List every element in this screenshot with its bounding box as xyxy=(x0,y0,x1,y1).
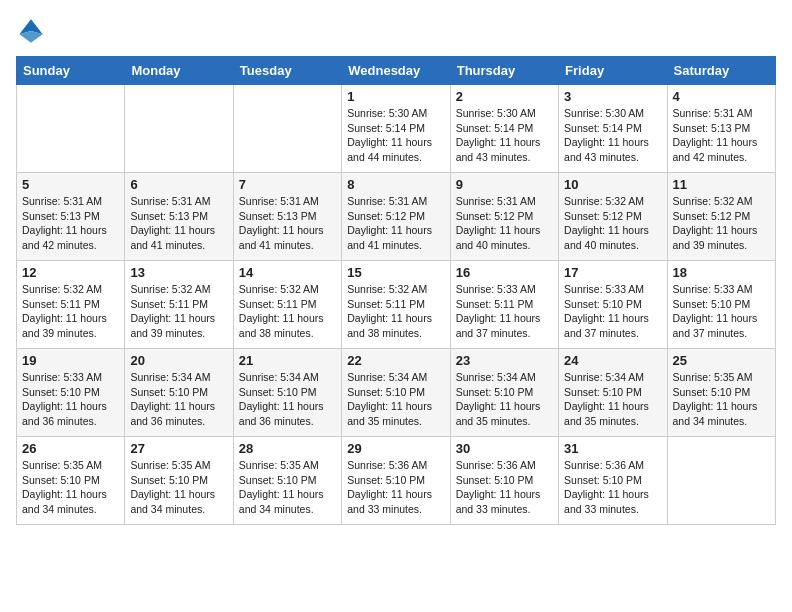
calendar-cell xyxy=(667,437,775,525)
day-details: Sunrise: 5:34 AM Sunset: 5:10 PM Dayligh… xyxy=(564,370,661,429)
day-number: 7 xyxy=(239,177,336,192)
calendar-cell: 19Sunrise: 5:33 AM Sunset: 5:10 PM Dayli… xyxy=(17,349,125,437)
calendar-cell: 15Sunrise: 5:32 AM Sunset: 5:11 PM Dayli… xyxy=(342,261,450,349)
calendar-cell: 4Sunrise: 5:31 AM Sunset: 5:13 PM Daylig… xyxy=(667,85,775,173)
calendar-cell: 3Sunrise: 5:30 AM Sunset: 5:14 PM Daylig… xyxy=(559,85,667,173)
calendar-cell: 16Sunrise: 5:33 AM Sunset: 5:11 PM Dayli… xyxy=(450,261,558,349)
logo xyxy=(16,16,50,46)
day-details: Sunrise: 5:34 AM Sunset: 5:10 PM Dayligh… xyxy=(239,370,336,429)
calendar-table: SundayMondayTuesdayWednesdayThursdayFrid… xyxy=(16,56,776,525)
day-details: Sunrise: 5:31 AM Sunset: 5:12 PM Dayligh… xyxy=(456,194,553,253)
day-details: Sunrise: 5:36 AM Sunset: 5:10 PM Dayligh… xyxy=(564,458,661,517)
calendar-cell: 29Sunrise: 5:36 AM Sunset: 5:10 PM Dayli… xyxy=(342,437,450,525)
day-details: Sunrise: 5:32 AM Sunset: 5:11 PM Dayligh… xyxy=(347,282,444,341)
calendar-week-1: 1Sunrise: 5:30 AM Sunset: 5:14 PM Daylig… xyxy=(17,85,776,173)
day-number: 9 xyxy=(456,177,553,192)
day-number: 21 xyxy=(239,353,336,368)
calendar-cell: 24Sunrise: 5:34 AM Sunset: 5:10 PM Dayli… xyxy=(559,349,667,437)
page-header xyxy=(16,16,776,46)
day-details: Sunrise: 5:33 AM Sunset: 5:10 PM Dayligh… xyxy=(673,282,770,341)
day-details: Sunrise: 5:33 AM Sunset: 5:10 PM Dayligh… xyxy=(22,370,119,429)
calendar-cell: 5Sunrise: 5:31 AM Sunset: 5:13 PM Daylig… xyxy=(17,173,125,261)
calendar-week-4: 19Sunrise: 5:33 AM Sunset: 5:10 PM Dayli… xyxy=(17,349,776,437)
day-details: Sunrise: 5:36 AM Sunset: 5:10 PM Dayligh… xyxy=(347,458,444,517)
calendar-cell: 11Sunrise: 5:32 AM Sunset: 5:12 PM Dayli… xyxy=(667,173,775,261)
day-number: 14 xyxy=(239,265,336,280)
day-number: 8 xyxy=(347,177,444,192)
day-details: Sunrise: 5:32 AM Sunset: 5:11 PM Dayligh… xyxy=(130,282,227,341)
calendar-cell: 30Sunrise: 5:36 AM Sunset: 5:10 PM Dayli… xyxy=(450,437,558,525)
day-details: Sunrise: 5:35 AM Sunset: 5:10 PM Dayligh… xyxy=(130,458,227,517)
day-number: 29 xyxy=(347,441,444,456)
calendar-cell: 12Sunrise: 5:32 AM Sunset: 5:11 PM Dayli… xyxy=(17,261,125,349)
day-number: 28 xyxy=(239,441,336,456)
day-details: Sunrise: 5:31 AM Sunset: 5:13 PM Dayligh… xyxy=(673,106,770,165)
day-number: 27 xyxy=(130,441,227,456)
calendar-week-2: 5Sunrise: 5:31 AM Sunset: 5:13 PM Daylig… xyxy=(17,173,776,261)
col-header-sunday: Sunday xyxy=(17,57,125,85)
day-number: 15 xyxy=(347,265,444,280)
calendar-cell: 8Sunrise: 5:31 AM Sunset: 5:12 PM Daylig… xyxy=(342,173,450,261)
day-details: Sunrise: 5:34 AM Sunset: 5:10 PM Dayligh… xyxy=(130,370,227,429)
day-number: 3 xyxy=(564,89,661,104)
calendar-cell: 18Sunrise: 5:33 AM Sunset: 5:10 PM Dayli… xyxy=(667,261,775,349)
calendar-cell xyxy=(17,85,125,173)
col-header-wednesday: Wednesday xyxy=(342,57,450,85)
day-number: 6 xyxy=(130,177,227,192)
day-details: Sunrise: 5:32 AM Sunset: 5:12 PM Dayligh… xyxy=(673,194,770,253)
day-number: 24 xyxy=(564,353,661,368)
calendar-cell: 17Sunrise: 5:33 AM Sunset: 5:10 PM Dayli… xyxy=(559,261,667,349)
calendar-cell: 26Sunrise: 5:35 AM Sunset: 5:10 PM Dayli… xyxy=(17,437,125,525)
calendar-week-5: 26Sunrise: 5:35 AM Sunset: 5:10 PM Dayli… xyxy=(17,437,776,525)
calendar-cell: 14Sunrise: 5:32 AM Sunset: 5:11 PM Dayli… xyxy=(233,261,341,349)
day-number: 12 xyxy=(22,265,119,280)
day-number: 20 xyxy=(130,353,227,368)
day-details: Sunrise: 5:33 AM Sunset: 5:10 PM Dayligh… xyxy=(564,282,661,341)
day-details: Sunrise: 5:35 AM Sunset: 5:10 PM Dayligh… xyxy=(239,458,336,517)
calendar-cell: 10Sunrise: 5:32 AM Sunset: 5:12 PM Dayli… xyxy=(559,173,667,261)
day-number: 30 xyxy=(456,441,553,456)
calendar-cell xyxy=(233,85,341,173)
day-number: 17 xyxy=(564,265,661,280)
calendar-cell: 31Sunrise: 5:36 AM Sunset: 5:10 PM Dayli… xyxy=(559,437,667,525)
day-number: 31 xyxy=(564,441,661,456)
header-row: SundayMondayTuesdayWednesdayThursdayFrid… xyxy=(17,57,776,85)
calendar-cell: 13Sunrise: 5:32 AM Sunset: 5:11 PM Dayli… xyxy=(125,261,233,349)
col-header-tuesday: Tuesday xyxy=(233,57,341,85)
day-details: Sunrise: 5:30 AM Sunset: 5:14 PM Dayligh… xyxy=(564,106,661,165)
calendar-cell: 1Sunrise: 5:30 AM Sunset: 5:14 PM Daylig… xyxy=(342,85,450,173)
day-details: Sunrise: 5:31 AM Sunset: 5:13 PM Dayligh… xyxy=(130,194,227,253)
day-number: 1 xyxy=(347,89,444,104)
calendar-cell: 28Sunrise: 5:35 AM Sunset: 5:10 PM Dayli… xyxy=(233,437,341,525)
day-number: 2 xyxy=(456,89,553,104)
calendar-cell: 23Sunrise: 5:34 AM Sunset: 5:10 PM Dayli… xyxy=(450,349,558,437)
day-details: Sunrise: 5:34 AM Sunset: 5:10 PM Dayligh… xyxy=(456,370,553,429)
day-details: Sunrise: 5:36 AM Sunset: 5:10 PM Dayligh… xyxy=(456,458,553,517)
day-number: 25 xyxy=(673,353,770,368)
col-header-thursday: Thursday xyxy=(450,57,558,85)
logo-icon xyxy=(16,16,46,46)
day-details: Sunrise: 5:31 AM Sunset: 5:13 PM Dayligh… xyxy=(239,194,336,253)
day-number: 19 xyxy=(22,353,119,368)
calendar-cell: 7Sunrise: 5:31 AM Sunset: 5:13 PM Daylig… xyxy=(233,173,341,261)
calendar-cell: 21Sunrise: 5:34 AM Sunset: 5:10 PM Dayli… xyxy=(233,349,341,437)
day-details: Sunrise: 5:31 AM Sunset: 5:12 PM Dayligh… xyxy=(347,194,444,253)
day-number: 22 xyxy=(347,353,444,368)
calendar-cell: 9Sunrise: 5:31 AM Sunset: 5:12 PM Daylig… xyxy=(450,173,558,261)
day-details: Sunrise: 5:30 AM Sunset: 5:14 PM Dayligh… xyxy=(456,106,553,165)
day-details: Sunrise: 5:32 AM Sunset: 5:12 PM Dayligh… xyxy=(564,194,661,253)
calendar-cell: 27Sunrise: 5:35 AM Sunset: 5:10 PM Dayli… xyxy=(125,437,233,525)
calendar-cell: 25Sunrise: 5:35 AM Sunset: 5:10 PM Dayli… xyxy=(667,349,775,437)
calendar-cell xyxy=(125,85,233,173)
calendar-cell: 20Sunrise: 5:34 AM Sunset: 5:10 PM Dayli… xyxy=(125,349,233,437)
day-number: 11 xyxy=(673,177,770,192)
day-details: Sunrise: 5:35 AM Sunset: 5:10 PM Dayligh… xyxy=(22,458,119,517)
day-details: Sunrise: 5:35 AM Sunset: 5:10 PM Dayligh… xyxy=(673,370,770,429)
col-header-monday: Monday xyxy=(125,57,233,85)
day-details: Sunrise: 5:30 AM Sunset: 5:14 PM Dayligh… xyxy=(347,106,444,165)
day-details: Sunrise: 5:32 AM Sunset: 5:11 PM Dayligh… xyxy=(22,282,119,341)
calendar-week-3: 12Sunrise: 5:32 AM Sunset: 5:11 PM Dayli… xyxy=(17,261,776,349)
day-details: Sunrise: 5:31 AM Sunset: 5:13 PM Dayligh… xyxy=(22,194,119,253)
day-number: 10 xyxy=(564,177,661,192)
day-details: Sunrise: 5:32 AM Sunset: 5:11 PM Dayligh… xyxy=(239,282,336,341)
